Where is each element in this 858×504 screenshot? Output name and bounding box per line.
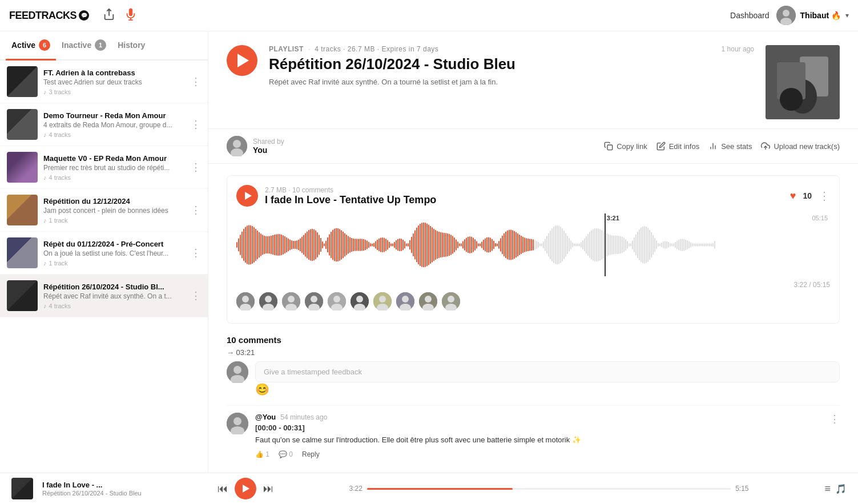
playhead-time: 3:21	[607, 215, 619, 221]
track-likes-count: 10	[803, 191, 812, 200]
comment-range: [00:00 - 00:31]	[255, 424, 823, 432]
queue-icon[interactable]: ≡	[824, 483, 831, 495]
comment-input[interactable]: Give a timestamped feedback	[255, 361, 840, 382]
playlist-cover	[766, 45, 840, 119]
comment-body: @You 54 minutes ago [00:00 - 00:31] Faut…	[255, 413, 823, 458]
commenter-avatar	[236, 292, 255, 311]
player-progress: 3:22 5:15	[349, 485, 749, 493]
list-item[interactable]: FT. Adrien à la contrebass Test avec Adr…	[0, 61, 208, 103]
play-icon	[237, 54, 249, 67]
playlist-thumbnail	[7, 66, 38, 97]
playlist-label: PLAYLIST	[269, 45, 304, 53]
playlist-thumbnail	[7, 195, 38, 225]
avatar	[776, 6, 796, 25]
shared-by-label: Shared by	[253, 138, 284, 146]
playlist-stats: 4 tracks · 26.7 MB · Expires in 7 days	[315, 45, 438, 53]
tab-active[interactable]: Active 6	[6, 31, 56, 61]
sidebar-tabs: Active 6 Inactive 1 History	[0, 31, 208, 61]
player-track-title: I fade In Love - ...	[42, 481, 142, 489]
shared-by: Shared by You	[227, 136, 284, 156]
commenter-avatar	[305, 292, 323, 311]
svg-point-12	[233, 140, 241, 148]
player-play-button[interactable]	[235, 478, 256, 499]
comment-menu-icon[interactable]: ⋮	[829, 413, 840, 458]
playlist-thumbnail	[7, 109, 38, 140]
emoji-button[interactable]: 😊	[255, 383, 269, 396]
playlist-cover-image	[766, 45, 840, 119]
playlist-info: FT. Adrien à la contrebass Test avec Adr…	[43, 68, 185, 95]
commenter-avatar	[373, 292, 392, 311]
svg-point-47	[448, 296, 454, 303]
dashboard-link[interactable]: Dashboard	[730, 11, 770, 20]
main-layout: Active 6 Inactive 1 History FT. Adrien à…	[0, 31, 858, 473]
tab-history[interactable]: History	[112, 33, 151, 59]
track-more-menu[interactable]: ⋮	[819, 189, 830, 203]
player-time-total: 5:15	[735, 485, 748, 493]
playlist-header: PLAYLIST · 4 tracks · 26.7 MB · Expires …	[208, 31, 858, 129]
player-playlist-label: Répétition 26/10/2024 - Studio Bleu	[42, 490, 142, 497]
reply-button[interactable]: Reply	[302, 450, 320, 458]
playlist-info: Répétition 26/10/2024 - Studio Bl... Rép…	[43, 283, 185, 309]
svg-point-10	[780, 88, 803, 111]
waveform[interactable]: 3:21 05:15	[236, 213, 830, 276]
comment-age: 54 minutes ago	[280, 413, 327, 421]
playlist-meta: PLAYLIST · 4 tracks · 26.7 MB · Expires …	[269, 45, 710, 86]
list-item[interactable]: Répétition 26/10/2024 - Studio Bl... Rép…	[0, 275, 208, 317]
playlist-menu-icon[interactable]: ⋮	[191, 118, 201, 131]
track-section: 2.7 MB · 10 comments I fade In Love - Te…	[208, 164, 858, 335]
next-button[interactable]: ⏭	[263, 483, 273, 495]
track-play-button[interactable]	[236, 185, 258, 207]
track-info: 2.7 MB · 10 comments I fade In Love - Te…	[265, 186, 783, 206]
commenter-avatar	[282, 292, 300, 311]
playlist-description: Répét avec Raf invité aux synthé. On a t…	[269, 78, 710, 86]
progress-bar[interactable]	[367, 488, 731, 490]
track-card: 2.7 MB · 10 comments I fade In Love - Te…	[227, 175, 840, 324]
mic-icon[interactable]	[124, 8, 137, 23]
user-info[interactable]: Thibaut 🔥 ▾	[776, 6, 849, 25]
commenter-avatar	[396, 292, 414, 311]
time-display: 3:22 / 05:15	[236, 281, 830, 289]
list-item[interactable]: Répétition du 12/12/2024 Jam post concer…	[0, 189, 208, 232]
comment-text: Faut qu'on se calme sur l'introduction. …	[255, 434, 823, 446]
play-playlist-button[interactable]	[227, 45, 257, 76]
commenter-avatar	[419, 292, 437, 311]
active-badge: 6	[39, 39, 50, 51]
playlist-icon[interactable]: 🎵	[835, 483, 847, 494]
playlist-menu-icon[interactable]: ⋮	[191, 161, 201, 174]
list-item[interactable]: Demo Tourneur - Reda Mon Amour 4 extrait…	[0, 103, 208, 146]
playlist-menu-icon[interactable]: ⋮	[191, 247, 201, 259]
like-button[interactable]: ♥	[790, 190, 796, 202]
progress-bar-fill	[367, 488, 513, 490]
playlist-thumbnail	[7, 237, 38, 268]
playlist-thumbnail	[7, 280, 38, 311]
comment-item: @You 54 minutes ago [00:00 - 00:31] Faut…	[227, 405, 840, 465]
nav-icons	[103, 8, 137, 23]
play-icon	[243, 485, 249, 493]
svg-point-44	[425, 296, 432, 303]
playlist-info: Répétition du 12/12/2024 Jam post concer…	[43, 197, 185, 224]
playlist-menu-icon[interactable]: ⋮	[191, 204, 201, 216]
tab-inactive[interactable]: Inactive 1	[56, 31, 112, 61]
playlist-info: Répèt du 01/12/2024 - Pré-Concert On a j…	[43, 240, 185, 267]
comment-timestamp: → 03:21	[227, 348, 840, 357]
bottom-player: I fade In Love - ... Répétition 26/10/20…	[0, 473, 858, 504]
svg-point-32	[333, 296, 340, 303]
list-item[interactable]: Répèt du 01/12/2024 - Pré-Concert On a j…	[0, 232, 208, 275]
playlist-menu-icon[interactable]: ⋮	[191, 289, 201, 302]
prev-button[interactable]: ⏮	[217, 483, 228, 495]
upload-tracks-button[interactable]: Upload new track(s)	[761, 142, 840, 151]
see-stats-button[interactable]: See stats	[708, 142, 752, 151]
copy-link-button[interactable]: Copy link	[604, 142, 647, 151]
comment-avatars	[236, 289, 830, 314]
svg-point-38	[379, 296, 386, 303]
track-title: I fade In Love - Tentative Up Tempo	[265, 194, 783, 206]
playlist-time-ago: 1 hour ago	[722, 45, 754, 53]
share-icon[interactable]	[103, 8, 115, 23]
player-track-info: I fade In Love - ... Répétition 26/10/20…	[42, 481, 142, 497]
edit-infos-button[interactable]: Edit infos	[656, 142, 699, 151]
action-bar: Shared by You Copy link Edit infos See s…	[208, 129, 858, 164]
playhead-line	[605, 213, 606, 276]
list-item[interactable]: Maquette V0 - EP Reda Mon Amour Premier …	[0, 146, 208, 189]
commenter-avatar	[442, 292, 460, 311]
playlist-menu-icon[interactable]: ⋮	[191, 75, 201, 88]
